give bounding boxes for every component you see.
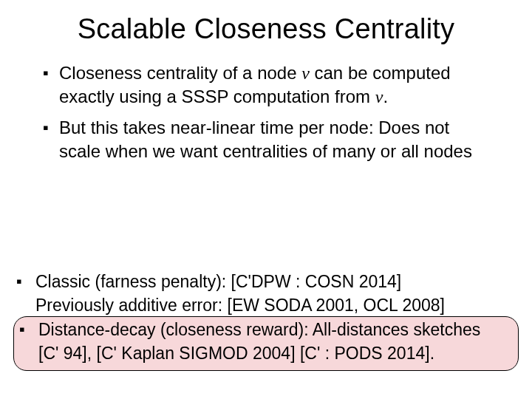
bullet-classic-farness: ▪ Classic (farness penalty): [C'DPW : CO… [16, 270, 516, 293]
bullet-text: Closeness centrality of a node v can be … [59, 61, 495, 109]
bullet-text: Distance-decay (closeness reward): All-d… [38, 318, 480, 341]
bullet-marker-icon: ▪ [43, 61, 59, 85]
bullet-marker-icon: ▪ [43, 116, 59, 140]
top-bullets: ▪ Closeness centrality of a node v can b… [34, 61, 498, 163]
math-var-v: v [301, 64, 310, 83]
text-frag: . [383, 86, 388, 106]
bottom-bullets: ▪ Classic (farness penalty): [C'DPW : CO… [16, 270, 516, 368]
highlight-content: ▪ Distance-decay (closeness reward): All… [16, 318, 516, 368]
bullet-text: But this takes near-linear time per node… [59, 116, 495, 163]
sub-line-citations: [C' 94], [C' Kaplan SIGMOD 2004] [C' : P… [38, 342, 513, 364]
text-frag: Closeness centrality of a node [59, 63, 301, 83]
sub-line-additive-error: Previously additive error: [EW SODA 2001… [35, 294, 516, 316]
bullet-scaling-issue: ▪ But this takes near-linear time per no… [43, 116, 495, 163]
math-var-v: v [375, 87, 383, 106]
bullet-marker-icon: ▪ [16, 270, 35, 293]
slide-title: Scalable Closeness Centrality [34, 13, 498, 45]
bullet-text: Classic (farness penalty): [C'DPW : COSN… [35, 270, 401, 293]
bullet-marker-icon: ▪ [19, 318, 38, 341]
bullet-closeness-def: ▪ Closeness centrality of a node v can b… [43, 61, 495, 109]
bullet-distance-decay: ▪ Distance-decay (closeness reward): All… [19, 318, 513, 341]
highlight-box-wrap: ▪ Distance-decay (closeness reward): All… [16, 318, 516, 368]
